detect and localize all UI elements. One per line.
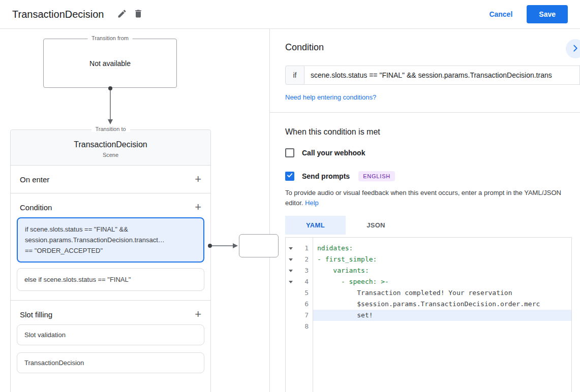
slot-filling-label: Slot filling bbox=[20, 310, 52, 319]
page-title: TransactionDecision bbox=[12, 9, 104, 20]
conditions-help-link[interactable]: Need help entering conditions? bbox=[285, 93, 376, 101]
tab-json[interactable]: JSON bbox=[346, 216, 406, 235]
scene-type-label: Scene bbox=[17, 152, 204, 158]
line-text: set! bbox=[313, 310, 571, 321]
webhook-row: Call your webhook bbox=[285, 148, 572, 157]
line-text: ndidates: bbox=[313, 243, 571, 254]
line-number: 3 bbox=[296, 265, 313, 276]
pencil-icon bbox=[117, 9, 127, 20]
prompt-hint-text: To provide audio or visual feedback when… bbox=[285, 189, 561, 207]
call-webhook-checkbox[interactable] bbox=[285, 148, 294, 157]
scene-card-header: TransactionDecision Scene bbox=[11, 130, 210, 166]
line-text bbox=[313, 321, 571, 332]
on-enter-section: On enter + bbox=[11, 166, 210, 193]
chevron-right-icon bbox=[570, 43, 580, 55]
code-line: 2 - first_simple: bbox=[286, 254, 571, 265]
line-text: $session.params.TransactionDecision.orde… bbox=[313, 299, 571, 310]
gutter-divider bbox=[313, 238, 313, 392]
transition-from-legend: Transition from bbox=[87, 35, 133, 41]
top-bar: TransactionDecision Cancel Save bbox=[0, 0, 580, 29]
prompt-help-link[interactable]: Help bbox=[305, 199, 319, 207]
next-node-box[interactable] bbox=[239, 234, 279, 257]
fold-toggle-icon[interactable] bbox=[289, 270, 293, 272]
trash-icon bbox=[133, 9, 143, 20]
transition-from-box: Transition from Not available bbox=[43, 39, 177, 88]
condition-expression-row: if bbox=[285, 66, 580, 85]
add-on-enter-button[interactable]: + bbox=[195, 174, 201, 184]
line-number: 8 bbox=[296, 321, 313, 332]
send-prompts-row: Send prompts ENGLISH bbox=[285, 171, 572, 181]
send-prompts-label: Send prompts bbox=[302, 172, 350, 180]
line-number: 5 bbox=[296, 287, 313, 299]
slot-item-validation[interactable]: Slot validation bbox=[17, 324, 204, 345]
scene-name: TransactionDecision bbox=[17, 140, 204, 149]
line-text: - speech: >- bbox=[313, 276, 571, 287]
yaml-code-editor[interactable]: 1 ndidates: 2 - first_simple: 3 variants… bbox=[285, 237, 572, 392]
condition-section-header: Condition + bbox=[11, 193, 210, 216]
transition-from-value: Not available bbox=[89, 59, 131, 68]
tab-yaml[interactable]: YAML bbox=[285, 216, 346, 235]
code-line: 5 Transaction completed! Your reservatio… bbox=[286, 287, 571, 299]
condition-item[interactable]: else if scene.slots.status == "FINAL" bbox=[17, 268, 204, 291]
line-number: 2 bbox=[296, 254, 313, 265]
fold-toggle-icon[interactable] bbox=[289, 247, 293, 250]
code-line: 6 $session.params.TransactionDecision.or… bbox=[286, 299, 571, 310]
condition-editor-panel: Condition if Need help entering conditio… bbox=[269, 29, 580, 392]
line-text: - first_simple: bbox=[313, 254, 571, 265]
down-arrow-icon bbox=[107, 86, 114, 129]
call-webhook-label: Call your webhook bbox=[302, 149, 365, 157]
save-button[interactable]: Save bbox=[527, 5, 568, 23]
main-content: Transition from Not available Transition… bbox=[0, 29, 580, 392]
line-number: 1 bbox=[296, 243, 313, 254]
app-window: TransactionDecision Cancel Save Transiti… bbox=[0, 0, 580, 392]
panel-title: Condition bbox=[285, 41, 572, 53]
on-enter-label: On enter bbox=[20, 175, 49, 184]
send-prompts-checkbox[interactable] bbox=[285, 172, 294, 181]
fold-toggle-icon[interactable] bbox=[289, 281, 293, 283]
checkmark-icon bbox=[286, 172, 293, 181]
if-chip: if bbox=[285, 66, 304, 85]
condition-expression-input[interactable] bbox=[304, 66, 580, 85]
line-number: 6 bbox=[296, 299, 313, 310]
line-text: variants: bbox=[313, 265, 571, 276]
add-condition-button[interactable]: + bbox=[195, 202, 201, 212]
prompt-hint: To provide audio or visual feedback when… bbox=[285, 188, 572, 208]
divider bbox=[270, 112, 580, 113]
flow-diagram-panel: Transition from Not available Transition… bbox=[0, 29, 269, 392]
when-condition-met-title: When this condition is met bbox=[285, 127, 572, 137]
delete-scene-button[interactable] bbox=[130, 6, 146, 22]
edit-title-button[interactable] bbox=[114, 6, 130, 22]
condition-label: Condition bbox=[20, 203, 52, 212]
code-line: 1 ndidates: bbox=[286, 243, 571, 254]
cancel-button[interactable]: Cancel bbox=[489, 10, 512, 18]
collapse-panel-button[interactable] bbox=[566, 39, 580, 58]
condition-item-selected[interactable]: if scene.slots.status == "FINAL" && sess… bbox=[17, 217, 204, 263]
slot-item-transaction-decision[interactable]: TransactionDecision bbox=[17, 352, 204, 373]
line-number: 7 bbox=[296, 310, 313, 321]
scene-card: Transition to TransactionDecision Scene … bbox=[10, 129, 211, 392]
right-arrow-icon bbox=[207, 242, 240, 251]
fold-toggle-icon[interactable] bbox=[289, 258, 293, 261]
line-number: 4 bbox=[296, 276, 313, 287]
slot-filling-section-header: Slot filling + bbox=[11, 301, 210, 323]
code-line: 3 variants: bbox=[286, 265, 571, 276]
add-slot-button[interactable]: + bbox=[195, 309, 201, 319]
transition-to-legend: Transition to bbox=[91, 126, 130, 132]
editor-format-tabs: YAML JSON bbox=[285, 216, 572, 235]
line-text: Transaction completed! Your reservation bbox=[313, 287, 571, 299]
code-line: 4 - speech: >- bbox=[286, 276, 571, 287]
code-line: 8 bbox=[286, 321, 571, 332]
language-badge: ENGLISH bbox=[358, 171, 395, 181]
code-line-highlighted: 7 set! bbox=[286, 310, 571, 321]
